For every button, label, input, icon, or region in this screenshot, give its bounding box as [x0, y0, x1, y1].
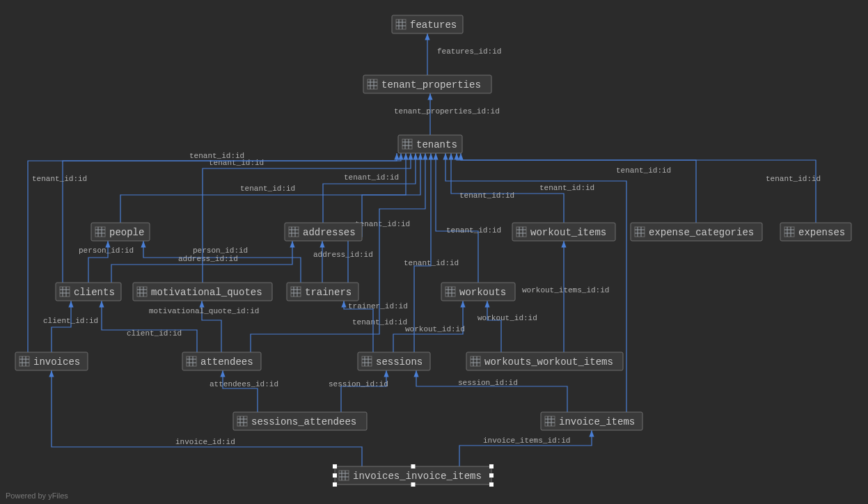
- table-node-expense_categories[interactable]: expense_categories: [631, 223, 762, 241]
- table-node-workouts[interactable]: workouts: [441, 283, 515, 301]
- table-node-workout_items[interactable]: workout_items: [512, 223, 615, 241]
- nodes-layer: featurestenant_propertiestenantspeoplead…: [15, 15, 851, 485]
- edge-label: tenant_id:id: [459, 191, 514, 200]
- edge-label: client_id:id: [127, 329, 182, 338]
- svg-rect-37: [635, 227, 645, 237]
- arrowhead-icon: [428, 153, 433, 160]
- edge-label: tenant_id:id: [539, 184, 594, 192]
- svg-rect-61: [291, 287, 301, 297]
- resize-handle[interactable]: [489, 473, 494, 478]
- table-label: features: [410, 19, 457, 31]
- diagram-canvas[interactable]: features_id:idtenant_properties_id:idten…: [0, 0, 868, 504]
- table-label: workout_items: [530, 227, 606, 238]
- table-node-invoice_items[interactable]: invoice_items: [541, 412, 642, 430]
- table-icon: [291, 287, 301, 297]
- table-node-motivational_quotes[interactable]: motivational_quotes: [133, 283, 272, 301]
- edge-label: tenant_id:id: [352, 318, 407, 326]
- table-icon: [362, 356, 372, 366]
- table-label: invoices: [33, 356, 80, 368]
- svg-rect-73: [19, 356, 29, 366]
- edge: [416, 370, 567, 412]
- svg-rect-85: [362, 356, 372, 366]
- svg-rect-7: [368, 79, 377, 89]
- arrowhead-icon: [460, 301, 465, 308]
- table-node-workouts_workout_items[interactable]: workouts_workout_items: [466, 352, 623, 370]
- table-label: addresses: [303, 227, 356, 238]
- table-icon: [339, 471, 349, 480]
- table-node-tenants[interactable]: tenants: [398, 135, 462, 153]
- arrowhead-icon: [68, 301, 73, 308]
- edge: [341, 370, 386, 412]
- arrowhead-icon: [443, 153, 448, 160]
- svg-rect-79: [187, 356, 196, 366]
- edge-label: invoice_id:id: [175, 438, 235, 446]
- arrowhead-icon: [319, 241, 324, 248]
- arrowhead-icon: [220, 370, 225, 377]
- edge-label: tenant_id:id: [446, 226, 501, 235]
- table-label: sessions: [376, 356, 423, 368]
- table-node-attendees[interactable]: attendees: [182, 352, 261, 370]
- table-node-people[interactable]: people: [91, 223, 150, 241]
- table-node-clients[interactable]: clients: [56, 283, 121, 301]
- edge: [414, 153, 431, 352]
- resize-handle[interactable]: [489, 482, 494, 487]
- table-icon: [784, 227, 794, 237]
- table-icon: [635, 227, 645, 237]
- table-label: expense_categories: [649, 227, 754, 238]
- edge-label: trainer_id:id: [348, 302, 408, 310]
- svg-rect-43: [784, 227, 794, 237]
- arrowhead-icon: [561, 241, 566, 248]
- svg-rect-109: [339, 471, 349, 480]
- edge: [223, 370, 258, 412]
- resize-handle[interactable]: [333, 464, 337, 468]
- edge-label: client_id:id: [43, 317, 98, 325]
- resize-handle[interactable]: [411, 464, 416, 468]
- edge-label: tenant_id:id: [404, 259, 459, 267]
- resize-handle[interactable]: [333, 473, 337, 478]
- svg-rect-97: [237, 416, 247, 426]
- svg-rect-49: [60, 287, 70, 297]
- arrowhead-icon: [413, 370, 418, 377]
- edge-label: attendees_id:id: [210, 380, 278, 388]
- arrowhead-icon: [418, 153, 423, 160]
- edge-label: features_id:id: [437, 47, 501, 56]
- table-node-expenses[interactable]: expenses: [780, 223, 851, 241]
- table-label: workouts_workout_items: [484, 356, 613, 368]
- table-icon: [402, 139, 412, 149]
- edge: [63, 153, 401, 283]
- resize-handle[interactable]: [333, 482, 337, 487]
- table-node-trainers[interactable]: trainers: [287, 283, 358, 301]
- edge-label: address_id:id: [313, 251, 373, 259]
- edge-label: workout_id:id: [478, 314, 537, 322]
- arrowhead-icon: [448, 153, 453, 160]
- table-icon: [368, 79, 377, 89]
- table-node-sessions[interactable]: sessions: [358, 352, 430, 370]
- arrowhead-icon: [413, 153, 418, 160]
- svg-rect-31: [516, 227, 526, 237]
- table-label: invoices_invoice_items: [353, 471, 482, 482]
- edge-label: tenant_id:id: [766, 175, 821, 183]
- table-node-addresses[interactable]: addresses: [285, 223, 362, 241]
- edge: [459, 430, 592, 466]
- resize-handle[interactable]: [489, 464, 494, 468]
- table-node-invoices_invoice_items[interactable]: invoices_invoice_items: [335, 466, 491, 485]
- table-node-sessions_attendees[interactable]: sessions_attendees: [233, 412, 367, 430]
- edge-label: person_id:id: [193, 246, 248, 255]
- table-icon: [95, 227, 105, 237]
- table-icon: [137, 287, 147, 297]
- table-label: sessions_attendees: [251, 416, 356, 427]
- table-node-features[interactable]: features: [392, 15, 463, 33]
- resize-handle[interactable]: [411, 482, 416, 487]
- svg-rect-13: [402, 139, 412, 149]
- edge-label: workout_items_id:id: [522, 286, 609, 294]
- table-label: people: [109, 227, 144, 238]
- table-node-invoices[interactable]: invoices: [15, 352, 88, 370]
- table-label: tenant_properties: [381, 79, 481, 90]
- table-node-tenant_properties[interactable]: tenant_properties: [363, 75, 491, 93]
- table-icon: [60, 287, 70, 297]
- edge: [487, 301, 501, 352]
- table-icon: [237, 416, 247, 426]
- footer-credit: Powered by yFiles: [6, 491, 68, 500]
- edge-label: session_id:id: [329, 380, 388, 388]
- table-icon: [289, 227, 299, 237]
